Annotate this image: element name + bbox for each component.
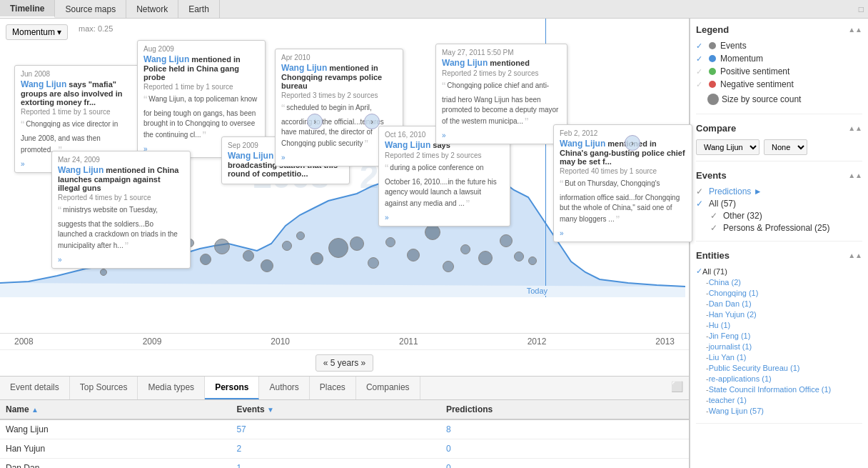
card-more-link[interactable]: »	[385, 214, 504, 221]
event-card[interactable]: Mar 24, 2009Wang Lijun mentioned in Chin…	[51, 151, 191, 269]
all-check-icon[interactable]: ✓	[696, 199, 705, 209]
bubble[interactable]	[407, 249, 420, 262]
entity-item[interactable]: - Wang Lijun (57)	[696, 407, 862, 415]
entity-item[interactable]: - journalist (1)	[696, 342, 862, 351]
positive-check[interactable]: ✓	[696, 67, 705, 76]
entity-item[interactable]: - Chongqing (1)	[696, 289, 862, 297]
bubble[interactable]	[478, 251, 493, 265]
persons-table: Name ▲ Events ▼ Predictions	[0, 400, 689, 468]
negative-check[interactable]: ✓	[696, 80, 705, 89]
bubble[interactable]	[243, 250, 254, 262]
events-collapse[interactable]: ▲▲	[848, 171, 862, 179]
table-row[interactable]: Wang Lijun578	[0, 419, 689, 439]
legend-collapse[interactable]: ▲▲	[848, 26, 862, 34]
card-more-link[interactable]: »	[442, 131, 561, 139]
entity-item[interactable]: - re-applications (1)	[696, 374, 862, 383]
card-date: Mar 24, 2009	[58, 156, 184, 164]
bubble[interactable]	[311, 252, 323, 265]
nav-arrow-left-1[interactable]: ›	[307, 114, 323, 129]
year-label-2010: 2010	[271, 337, 290, 347]
person-predictions: 8	[440, 419, 689, 439]
tab-timeline[interactable]: Timeline	[0, 0, 55, 18]
tab-network[interactable]: Network	[126, 0, 178, 18]
nav-arrow-right-1[interactable]: ›	[364, 114, 380, 129]
card-reported: Reported 3 times by 2 sources	[281, 91, 397, 99]
entity-item[interactable]: - teacher (1)	[696, 396, 862, 404]
momentum-dropdown[interactable]: Momentum ▾	[6, 24, 68, 40]
table-row[interactable]: Han Yujun20	[0, 439, 689, 459]
tab-earth[interactable]: Earth	[178, 0, 220, 18]
nav-arrow-right-2[interactable]: ›	[625, 135, 640, 151]
col-name-header[interactable]: Name ▲	[0, 400, 231, 419]
entity-item[interactable]: - Public Security Bureau (1)	[696, 364, 862, 372]
tab-event-details[interactable]: Event details	[0, 377, 70, 399]
bubble[interactable]	[514, 252, 524, 262]
entity-item[interactable]: ✓ All (71)	[696, 267, 862, 276]
event-card[interactable]: Feb 2, 2012Wang Lijun mentioned in China…	[553, 124, 692, 242]
card-date: Jun 2008	[21, 70, 133, 78]
bubble[interactable]	[385, 237, 395, 247]
entity-item[interactable]: - State Council Information Office (1)	[696, 385, 862, 394]
tab-persons[interactable]: Persons	[205, 377, 259, 399]
person-predictions: 0	[440, 459, 689, 469]
predictions-arrow-icon: ✓	[696, 186, 705, 196]
other-label: Other (32)	[723, 211, 762, 221]
table-row[interactable]: Dan Dan10	[0, 459, 689, 469]
positive-dot	[709, 68, 716, 75]
momentum-dot	[709, 55, 716, 62]
table-expand-button[interactable]: ⬜	[665, 377, 689, 399]
compare-select-2[interactable]: None	[764, 139, 807, 155]
tab-top-sources[interactable]: Top Sources	[70, 377, 138, 399]
tab-places[interactable]: Places	[310, 377, 356, 399]
compare-collapse[interactable]: ▲▲	[848, 124, 862, 132]
bubble[interactable]	[443, 261, 454, 272]
predictions-link[interactable]: Predictions ►	[709, 186, 762, 196]
persons-check-icon[interactable]: ✓	[710, 223, 719, 233]
entities-section: Entities ▲▲ ✓ All (71)- China (2)- Chong…	[696, 250, 862, 424]
col-predictions-header[interactable]: Predictions	[440, 400, 689, 419]
entity-item[interactable]: - Jin Feng (1)	[696, 332, 862, 340]
entities-collapse[interactable]: ▲▲	[848, 252, 862, 259]
tab-authors[interactable]: Authors	[259, 377, 309, 399]
momentum-check[interactable]: ✓	[696, 54, 705, 64]
bubble[interactable]	[261, 259, 273, 272]
bubble[interactable]	[328, 238, 348, 258]
bubble[interactable]	[528, 257, 537, 265]
col-events-header[interactable]: Events ▼	[231, 400, 440, 419]
entity-item[interactable]: - Liu Yan (1)	[696, 353, 862, 362]
events-label: Events	[720, 41, 747, 51]
bottom-tabs: Event details Top Sources Media types Pe…	[0, 377, 689, 400]
bubble[interactable]	[368, 257, 379, 269]
card-quote: during a police conference on October 16…	[385, 161, 504, 214]
card-more-link[interactable]: »	[560, 229, 686, 237]
other-check-icon[interactable]: ✓	[710, 211, 719, 221]
bubble[interactable]	[425, 224, 440, 240]
compare-select-1[interactable]: Wang Lijun	[696, 139, 760, 155]
bubble[interactable]	[100, 269, 107, 276]
entity-item[interactable]: - Hu (1)	[696, 321, 862, 329]
tab-companies[interactable]: Companies	[356, 377, 420, 399]
bubble[interactable]	[214, 239, 230, 254]
event-card[interactable]: May 27, 2011 5:50 PMWang Lijun mentioned…	[435, 44, 567, 144]
card-date: Feb 2, 2012	[560, 129, 686, 137]
years-button[interactable]: « 5 years »	[316, 354, 373, 372]
legend-item-events: ✓ Events	[696, 41, 862, 51]
entity-item[interactable]: - Han Yujun (2)	[696, 310, 862, 319]
bubble[interactable]	[460, 244, 470, 254]
bubble[interactable]	[350, 237, 364, 251]
events-check[interactable]: ✓	[696, 41, 705, 51]
bubble[interactable]	[296, 231, 305, 240]
top-tabs: Timeline Source maps Network Earth □	[0, 0, 868, 19]
legend-title: Legend	[696, 24, 729, 35]
tab-source-maps[interactable]: Source maps	[55, 0, 126, 18]
tab-media-types[interactable]: Media types	[138, 377, 205, 399]
entity-item[interactable]: - China (2)	[696, 278, 862, 287]
bubble[interactable]	[200, 254, 211, 265]
card-more-link[interactable]: »	[58, 256, 184, 264]
sort-arrow-events: ▼	[267, 406, 274, 414]
bubble[interactable]	[282, 241, 292, 251]
card-title: Wang Lijun mentioned	[442, 58, 561, 68]
entity-item[interactable]: - Dan Dan (1)	[696, 299, 862, 308]
bubble[interactable]	[500, 234, 513, 247]
maximize-button[interactable]: □	[854, 0, 868, 18]
